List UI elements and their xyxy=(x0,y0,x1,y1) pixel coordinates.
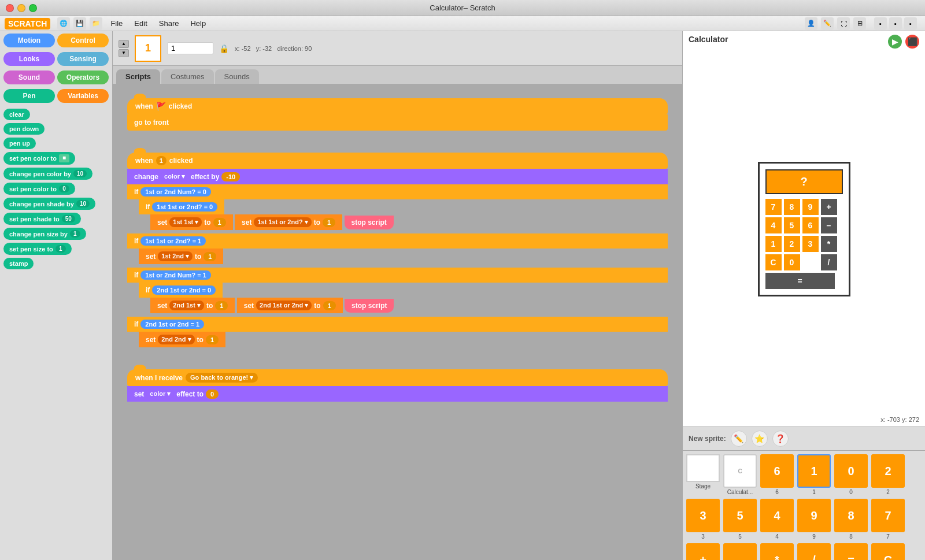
sprite-item-minus[interactable]: – – xyxy=(723,543,757,560)
sprite-item-divide[interactable]: / / xyxy=(797,543,831,560)
calc-btn-0[interactable]: 0 xyxy=(784,254,800,270)
var-1st-1st[interactable]: 1st 1st ▾ xyxy=(169,217,202,227)
help-menu[interactable]: Help xyxy=(186,18,210,29)
when-flag-clicked-hat[interactable]: when 🚩 clicked xyxy=(127,98,668,114)
category-pen[interactable]: Pen xyxy=(3,89,55,103)
if-2nd-1st-or-2nd-eq-1[interactable]: if 2nd 1st or 2nd = 1 xyxy=(127,317,668,332)
add-sprite-paint-btn[interactable]: ✏️ xyxy=(731,431,747,447)
sprite-thumb-7[interactable]: 7 xyxy=(871,499,905,532)
sprite-thumb-multiply[interactable]: * xyxy=(760,543,794,560)
category-operators[interactable]: Operators xyxy=(57,71,109,84)
stop-script-2[interactable]: stop script xyxy=(345,299,394,313)
category-looks[interactable]: Looks xyxy=(3,52,55,66)
go-to-front-block[interactable]: go to front xyxy=(127,114,668,131)
sprite-thumb-1[interactable]: 1 xyxy=(797,454,831,488)
effect-value-input[interactable]: -10 xyxy=(221,172,240,181)
scripts-canvas[interactable]: when 🚩 clicked go to front when 1 clicke… xyxy=(113,84,682,560)
sprite-thumb-8[interactable]: 8 xyxy=(834,499,868,532)
calc-btn-divide-vis[interactable]: / xyxy=(821,254,837,270)
when-1-clicked-hat[interactable]: when 1 clicked xyxy=(127,153,668,169)
stage-thumbnail[interactable] xyxy=(686,454,720,482)
sprite-thumb-equals[interactable]: = xyxy=(834,543,868,560)
sprite-nav-up[interactable]: ▲ xyxy=(119,40,129,48)
change-pen-shade-block[interactable]: change pen shade by 10 xyxy=(3,198,95,210)
sprite-nav-down[interactable]: ▼ xyxy=(119,49,129,57)
sprite-thumb-plus[interactable]: + xyxy=(686,543,720,560)
calc-btn-6[interactable]: 6 xyxy=(802,217,819,233)
set-pen-shade-block[interactable]: set pen shade to 50 xyxy=(3,213,81,225)
add-sprite-star-btn[interactable]: ⭐ xyxy=(752,431,768,447)
green-flag-button[interactable]: ▶ xyxy=(888,35,902,49)
sprite-item-stage[interactable]: Stage xyxy=(686,454,720,495)
sprite-thumb-divide[interactable]: / xyxy=(797,543,831,560)
file-menu[interactable]: File xyxy=(106,18,127,29)
calc-btn-equals[interactable]: = xyxy=(765,273,835,289)
sprite-name-input[interactable] xyxy=(167,42,213,54)
stop-script-1[interactable]: stop script xyxy=(345,216,394,229)
sprite-thumb-9[interactable]: 9 xyxy=(797,499,831,532)
sprite-item-plus[interactable]: + + xyxy=(686,543,720,560)
edit-menu[interactable]: Edit xyxy=(130,18,151,29)
var-2nd-1st-or-2nd[interactable]: 2nd 1st or 2nd ▾ xyxy=(256,301,312,310)
stamp-block[interactable]: stamp xyxy=(3,258,34,269)
var-1st-1st-or-2nd[interactable]: 1st 1st or 2nd? ▾ xyxy=(254,217,311,227)
lock-icon[interactable]: 🔒 xyxy=(219,44,229,53)
sprite-thumb-minus[interactable]: – xyxy=(723,543,757,560)
sprite-item-6[interactable]: 6 6 xyxy=(760,454,794,495)
share-menu[interactable]: Share xyxy=(154,18,184,29)
calc-btn-2[interactable]: 2 xyxy=(784,236,800,252)
sprite-thumb-0[interactable]: 0 xyxy=(834,454,868,488)
calc-btn-1[interactable]: 1 xyxy=(765,236,782,252)
sprite-item-2[interactable]: 2 2 xyxy=(871,454,905,495)
sprite-item-8[interactable]: 8 8 xyxy=(834,499,868,540)
var-2nd-2nd[interactable]: 2nd 2nd ▾ xyxy=(158,335,194,344)
calc-btn-5[interactable]: 5 xyxy=(784,217,800,233)
sprite-item-9[interactable]: 9 9 xyxy=(797,499,831,540)
cursor-icon[interactable]: ✏️ xyxy=(821,17,834,30)
sprite-thumb-3[interactable]: 3 xyxy=(686,499,720,532)
set-1st-2nd-to-1[interactable]: set 1st 2nd ▾ to 1 xyxy=(139,249,223,264)
calc-btn-multiply[interactable]: * xyxy=(821,236,837,252)
set-2nd-1st-to-1[interactable]: set 2nd 1st ▾ to 1 xyxy=(150,298,235,313)
change-color-effect-block[interactable]: change color ▾ effect by -10 xyxy=(127,169,668,184)
if-1st-1st-or-2nd-eq-1[interactable]: if 1st 1st or 2nd? = 1 xyxy=(127,233,668,249)
effect-color-input[interactable]: color ▾ xyxy=(146,389,174,399)
set-1st-1st-or-2nd-to-1[interactable]: set 1st 1st or 2nd? ▾ to 1 xyxy=(235,214,342,230)
sprite-item-clear[interactable]: C Clear xyxy=(871,543,905,560)
sprite-item-multiply[interactable]: * * xyxy=(760,543,794,560)
pen-down-block[interactable]: pen down xyxy=(3,123,45,135)
clear-block[interactable]: clear xyxy=(3,109,30,120)
pen-up-block[interactable]: pen up xyxy=(3,138,36,149)
category-motion[interactable]: Motion xyxy=(3,34,55,47)
calc-btn-8[interactable]: 8 xyxy=(784,199,800,215)
sprite-item-7[interactable]: 7 7 xyxy=(871,499,905,540)
set-pen-size-block[interactable]: set pen size to 1 xyxy=(3,243,72,255)
calc-btn-9[interactable]: 9 xyxy=(802,199,819,215)
category-sensing[interactable]: Sensing xyxy=(57,52,109,66)
var-2nd-1st[interactable]: 2nd 1st ▾ xyxy=(169,301,204,310)
tab-sounds[interactable]: Sounds xyxy=(215,69,259,84)
calc-btn-3[interactable]: 3 xyxy=(802,236,819,252)
sprite-item-calculator[interactable]: C Calculat... xyxy=(723,454,757,495)
calc-btn-4[interactable]: 4 xyxy=(765,217,782,233)
calc-btn-plus[interactable]: + xyxy=(821,199,837,215)
sprite-thumb-2[interactable]: 2 xyxy=(871,454,905,488)
if-1st-or-2nd-num-eq-0[interactable]: if 1st or 2nd Num? = 0 xyxy=(127,184,668,199)
add-sprite-upload-btn[interactable]: ❓ xyxy=(772,431,789,447)
if-1st-or-2nd-num-eq-1[interactable]: if 1st or 2nd Num? = 1 xyxy=(127,268,668,283)
calc-btn-c[interactable]: C xyxy=(765,254,782,270)
if-1st-1st-or-2nd-eq-0[interactable]: if 1st 1st or 2nd? = 0 xyxy=(139,199,224,214)
sprite-item-4[interactable]: 4 4 xyxy=(760,499,794,540)
tab-costumes[interactable]: Costumes xyxy=(161,69,214,84)
sprite-thumb-4[interactable]: 4 xyxy=(760,499,794,532)
sprite-item-equals[interactable]: = = xyxy=(834,543,868,560)
msg-input[interactable]: Go back to orange! ▾ xyxy=(186,373,258,383)
category-variables[interactable]: Variables xyxy=(57,89,109,103)
stop-button[interactable]: ⬛ xyxy=(905,35,919,49)
set-2nd-1st-or-2nd-to-1[interactable]: set 2nd 1st or 2nd ▾ to 1 xyxy=(237,298,343,313)
when-receive-hat[interactable]: when I receive Go back to orange! ▾ xyxy=(127,369,668,386)
set-color-effect-block[interactable]: set color ▾ effect to 0 xyxy=(127,386,668,402)
sprite-thumb-5[interactable]: 5 xyxy=(723,499,757,532)
category-sound[interactable]: Sound xyxy=(3,71,55,84)
folder-icon[interactable]: 📁 xyxy=(90,17,102,30)
